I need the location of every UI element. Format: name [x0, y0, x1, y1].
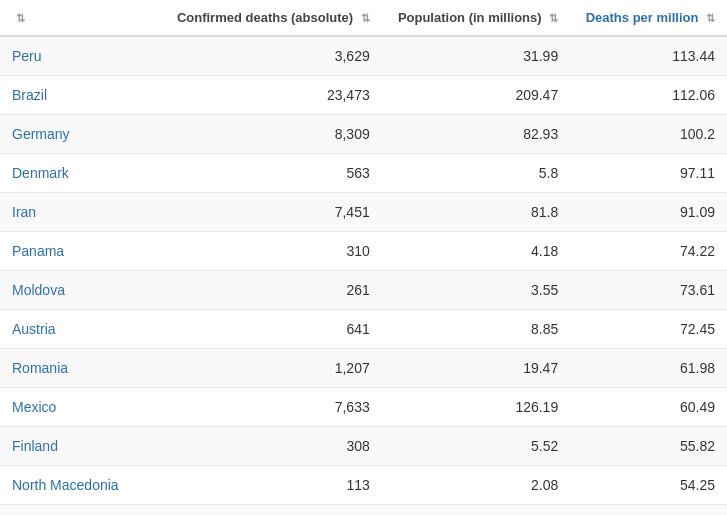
- cell-deaths-per-million: 61.98: [570, 349, 727, 388]
- table-row: Germany8,30982.93100.2: [0, 115, 727, 154]
- table-row: Peru3,62931.99113.44: [0, 36, 727, 76]
- sort-icon-deaths-per-million: ⇅: [706, 12, 715, 25]
- cell-deaths-absolute: 1,207: [160, 349, 382, 388]
- cell-country[interactable]: North Macedonia: [0, 466, 160, 505]
- cell-deaths-absolute: 23,473: [160, 76, 382, 115]
- cell-deaths-absolute: 4,369: [160, 505, 382, 516]
- cell-country[interactable]: Austria: [0, 310, 160, 349]
- cell-country[interactable]: Brazil: [0, 76, 160, 115]
- table-row: Mexico7,633126.1960.49: [0, 388, 727, 427]
- table-row: Panama3104.1874.22: [0, 232, 727, 271]
- cell-deaths-absolute: 113: [160, 466, 382, 505]
- cell-deaths-absolute: 308: [160, 427, 382, 466]
- cell-country[interactable]: Turkey: [0, 505, 160, 516]
- cell-deaths-per-million: 73.61: [570, 271, 727, 310]
- cell-country[interactable]: Denmark: [0, 154, 160, 193]
- cell-country[interactable]: Iran: [0, 193, 160, 232]
- cell-population: 82.93: [382, 115, 570, 154]
- cell-country[interactable]: Mexico: [0, 388, 160, 427]
- cell-country[interactable]: Finland: [0, 427, 160, 466]
- cell-deaths-per-million: 53.07: [570, 505, 727, 516]
- cell-population: 2.08: [382, 466, 570, 505]
- cell-deaths-per-million: 91.09: [570, 193, 727, 232]
- table-row: Romania1,20719.4761.98: [0, 349, 727, 388]
- table-row: North Macedonia1132.0854.25: [0, 466, 727, 505]
- data-table: ⇅ Confirmed deaths (absolute) ⇅ Populati…: [0, 0, 727, 515]
- cell-deaths-absolute: 8,309: [160, 115, 382, 154]
- sort-icon-population: ⇅: [549, 12, 558, 25]
- cell-country[interactable]: Peru: [0, 36, 160, 76]
- cell-population: 4.18: [382, 232, 570, 271]
- cell-deaths-per-million: 97.11: [570, 154, 727, 193]
- cell-country[interactable]: Germany: [0, 115, 160, 154]
- cell-deaths-per-million: 113.44: [570, 36, 727, 76]
- cell-country[interactable]: Panama: [0, 232, 160, 271]
- cell-deaths-absolute: 563: [160, 154, 382, 193]
- cell-deaths-absolute: 7,633: [160, 388, 382, 427]
- cell-population: 8.85: [382, 310, 570, 349]
- table-row: Brazil23,473209.47112.06: [0, 76, 727, 115]
- cell-deaths-per-million: 54.25: [570, 466, 727, 505]
- table-row: Finland3085.5255.82: [0, 427, 727, 466]
- table-row: Denmark5635.897.11: [0, 154, 727, 193]
- column-header-population[interactable]: Population (in millions) ⇅: [382, 0, 570, 36]
- cell-population: 31.99: [382, 36, 570, 76]
- cell-deaths-per-million: 74.22: [570, 232, 727, 271]
- cell-country[interactable]: Moldova: [0, 271, 160, 310]
- sort-icon-deaths-absolute: ⇅: [361, 12, 370, 25]
- cell-deaths-per-million: 60.49: [570, 388, 727, 427]
- cell-deaths-per-million: 112.06: [570, 76, 727, 115]
- table-row: Moldova2613.5573.61: [0, 271, 727, 310]
- cell-country[interactable]: Romania: [0, 349, 160, 388]
- table-row: Iran7,45181.891.09: [0, 193, 727, 232]
- column-header-deaths-absolute[interactable]: Confirmed deaths (absolute) ⇅: [160, 0, 382, 36]
- cell-deaths-absolute: 7,451: [160, 193, 382, 232]
- cell-deaths-per-million: 100.2: [570, 115, 727, 154]
- table-row: Turkey4,36982.3253.07: [0, 505, 727, 516]
- column-header-deaths-per-million[interactable]: Deaths per million ⇅: [570, 0, 727, 36]
- column-header-country[interactable]: ⇅: [0, 0, 160, 36]
- cell-population: 81.8: [382, 193, 570, 232]
- cell-population: 3.55: [382, 271, 570, 310]
- cell-population: 126.19: [382, 388, 570, 427]
- cell-deaths-per-million: 72.45: [570, 310, 727, 349]
- sort-icon-country: ⇅: [16, 12, 25, 25]
- table-row: Austria6418.8572.45: [0, 310, 727, 349]
- cell-deaths-absolute: 641: [160, 310, 382, 349]
- cell-population: 5.8: [382, 154, 570, 193]
- cell-population: 82.32: [382, 505, 570, 516]
- cell-deaths-absolute: 261: [160, 271, 382, 310]
- cell-deaths-absolute: 310: [160, 232, 382, 271]
- cell-population: 5.52: [382, 427, 570, 466]
- cell-deaths-per-million: 55.82: [570, 427, 727, 466]
- cell-population: 209.47: [382, 76, 570, 115]
- cell-deaths-absolute: 3,629: [160, 36, 382, 76]
- cell-population: 19.47: [382, 349, 570, 388]
